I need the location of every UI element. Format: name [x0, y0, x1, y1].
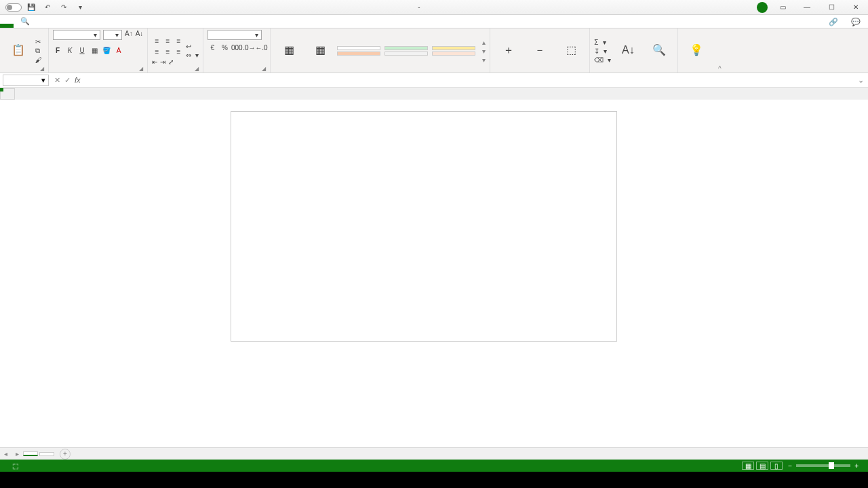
font-size-dropdown[interactable]: ▾: [103, 30, 122, 40]
font-name-dropdown[interactable]: ▾: [53, 30, 100, 40]
format-painter-button[interactable]: 🖌: [35, 56, 44, 64]
align-left-icon[interactable]: ≡: [152, 47, 161, 57]
collapse-ribbon-icon[interactable]: ^: [715, 28, 724, 73]
chart-title: [231, 112, 616, 117]
comma-icon[interactable]: 000: [232, 43, 241, 52]
sheet-nav-next-icon[interactable]: ▸: [12, 450, 23, 458]
align-right-icon[interactable]: ≡: [174, 47, 183, 57]
conditional-formatting-button[interactable]: ▦: [275, 35, 303, 67]
sheet-tab-bar: ◂ ▸ +: [0, 447, 868, 460]
expand-formula-icon[interactable]: ⌄: [854, 76, 868, 85]
cell-style-gut[interactable]: [384, 46, 428, 50]
align-bottom-icon[interactable]: ≡: [174, 37, 183, 46]
share-button[interactable]: 🔗: [823, 16, 846, 28]
sheet-tab-2[interactable]: [39, 452, 54, 456]
clear-button[interactable]: ⌫ ▾: [594, 56, 611, 64]
percent-icon[interactable]: %: [220, 43, 229, 52]
decrease-indent-icon[interactable]: ⇤: [152, 58, 157, 66]
ribbon-tabs: 🔍 🔗 💬: [0, 15, 868, 28]
currency-icon[interactable]: €: [208, 43, 217, 52]
cell-style-ausgabe[interactable]: [384, 52, 428, 56]
italic-icon[interactable]: K: [65, 45, 75, 55]
number-format-dropdown[interactable]: ▾: [208, 30, 262, 40]
decrease-decimal-icon[interactable]: ←.0: [256, 43, 266, 52]
sort-filter-button[interactable]: A↓: [614, 35, 642, 67]
increase-indent-icon[interactable]: ⇥: [160, 58, 165, 66]
name-box[interactable]: ▾: [3, 75, 49, 86]
ribbon: 📋 ✂ ⧉ 🖌 ◢ ▾ ▾ A↑ A↓ F K: [0, 28, 868, 73]
undo-icon[interactable]: ↶: [43, 3, 52, 12]
delete-cells-button[interactable]: －: [526, 35, 554, 67]
style-scroll-down-icon[interactable]: ▾: [482, 47, 486, 55]
user-avatar[interactable]: [757, 2, 768, 13]
group-ideas: 💡: [678, 28, 715, 73]
view-page-break-icon[interactable]: ▯: [770, 462, 783, 470]
save-icon[interactable]: 💾: [26, 3, 36, 12]
insert-cells-button[interactable]: ＋: [494, 35, 523, 67]
add-sheet-button[interactable]: +: [60, 449, 71, 460]
close-icon[interactable]: ✕: [846, 1, 865, 14]
merge-center-button[interactable]: ⇔ ▾: [186, 52, 199, 59]
sheet-tab-1[interactable]: [23, 451, 38, 456]
group-editing: Σ ▾ ↧ ▾ ⌫ ▾ A↓ 🔍: [590, 28, 678, 73]
ribbon-display-icon[interactable]: ▭: [773, 1, 792, 14]
cut-button[interactable]: ✂: [35, 38, 44, 45]
macro-record-icon[interactable]: ⬚: [12, 462, 18, 470]
minimize-icon[interactable]: —: [797, 1, 816, 14]
chart-absatz[interactable]: [231, 111, 617, 342]
fx-icon[interactable]: fx: [75, 76, 83, 85]
titlebar: 💾 ↶ ↷ ▾ - ▭ — ☐ ✕: [0, 0, 868, 15]
orientation-icon[interactable]: ⤢: [168, 58, 174, 66]
group-styles: ▦ ▦ ▴ ▾ ▾: [271, 28, 490, 73]
fill-button[interactable]: ↧ ▾: [594, 47, 611, 55]
redo-icon[interactable]: ↷: [59, 3, 68, 12]
file-tab[interactable]: [0, 24, 14, 28]
autosave-toggle[interactable]: [5, 3, 22, 12]
bold-icon[interactable]: F: [53, 45, 62, 55]
align-center-icon[interactable]: ≡: [163, 47, 172, 57]
zoom-slider[interactable]: [796, 464, 850, 467]
ideas-button[interactable]: 💡: [682, 35, 711, 67]
formula-bar: ▾ ✕ ✓ fx ⌄: [0, 73, 868, 88]
align-middle-icon[interactable]: ≡: [163, 37, 172, 46]
increase-font-icon[interactable]: A↑: [125, 30, 133, 40]
autosum-button[interactable]: Σ ▾: [594, 39, 611, 46]
sheet-nav-prev-icon[interactable]: ◂: [0, 450, 12, 458]
comments-button[interactable]: 💬: [846, 16, 868, 28]
copy-button[interactable]: ⧉: [35, 47, 44, 55]
cancel-formula-icon[interactable]: ✕: [54, 76, 60, 85]
view-normal-icon[interactable]: ▦: [742, 462, 754, 470]
find-select-button[interactable]: 🔍: [645, 35, 673, 67]
spreadsheet-grid[interactable]: [0, 88, 868, 447]
wrap-text-button[interactable]: ↩: [186, 43, 199, 50]
underline-icon[interactable]: U: [77, 45, 87, 55]
cell-style-schlecht[interactable]: [337, 52, 380, 56]
group-clipboard: 📋 ✂ ⧉ 🖌 ◢: [0, 28, 49, 73]
align-top-icon[interactable]: ≡: [152, 37, 161, 46]
group-font: ▾ ▾ A↑ A↓ F K U ▦ 🪣 A ◢: [49, 28, 148, 73]
style-scroll-up-icon[interactable]: ▴: [482, 39, 486, 46]
qat-customize-icon[interactable]: ▾: [75, 3, 85, 12]
group-number: ▾ € % 000 .0→ ←.0 ◢: [203, 28, 271, 73]
fill-color-icon[interactable]: 🪣: [102, 45, 111, 55]
cell-style-neutral[interactable]: [432, 46, 475, 50]
cell-style-berechnung[interactable]: [432, 52, 475, 56]
group-align: ≡≡≡ ≡≡≡ ⇤ ⇥ ⤢ ↩ ⇔ ▾ ◢: [148, 28, 203, 73]
style-gallery-icon[interactable]: ▾: [482, 56, 486, 64]
decrease-font-icon[interactable]: A↓: [136, 30, 144, 40]
view-page-layout-icon[interactable]: ▤: [756, 462, 768, 470]
select-all-corner[interactable]: [0, 88, 15, 100]
formula-input[interactable]: [89, 77, 854, 85]
format-as-table-button[interactable]: ▦: [306, 35, 334, 67]
maximize-icon[interactable]: ☐: [822, 1, 841, 14]
search-tab[interactable]: 🔍: [14, 15, 37, 28]
zoom-in-icon[interactable]: +: [854, 462, 859, 470]
increase-decimal-icon[interactable]: .0→: [244, 43, 254, 52]
zoom-out-icon[interactable]: −: [788, 462, 792, 470]
enter-formula-icon[interactable]: ✓: [64, 76, 71, 85]
cell-style-standard[interactable]: [337, 46, 380, 50]
font-color-icon[interactable]: A: [114, 45, 123, 55]
paste-button[interactable]: 📋: [4, 35, 33, 67]
border-icon[interactable]: ▦: [90, 45, 99, 55]
format-cells-button[interactable]: ⬚: [557, 35, 585, 67]
